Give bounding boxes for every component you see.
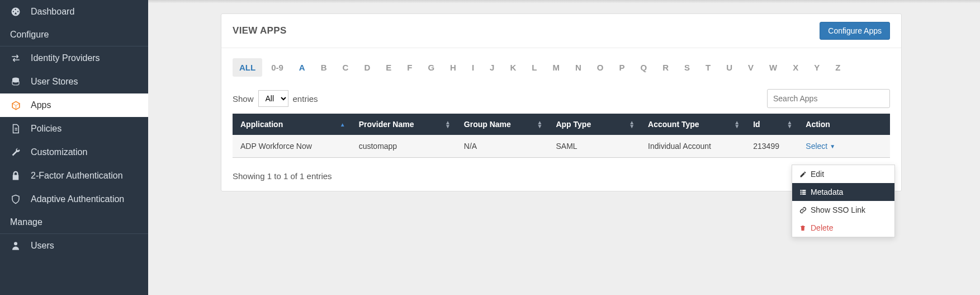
- sidebar-item-identity-providers[interactable]: Identity Providers: [0, 46, 148, 70]
- alpha-0-9[interactable]: 0-9: [264, 58, 290, 77]
- sidebar-item-customization[interactable]: Customization: [0, 141, 148, 164]
- alpha-letter[interactable]: N: [569, 58, 588, 77]
- cube-icon: [10, 100, 21, 111]
- alpha-letter[interactable]: H: [443, 58, 463, 77]
- table-header-row: Application ▲ Provider Name ▲▼ Group Nam…: [233, 114, 890, 135]
- sidebar-item-label: Users: [31, 241, 54, 251]
- alpha-letter[interactable]: P: [612, 58, 631, 77]
- alpha-filter: ALL 0-9 A B C D E F G H I J K L M N O: [233, 58, 890, 77]
- alpha-letter[interactable]: V: [741, 58, 760, 77]
- col-account-type[interactable]: Account Type ▲▼: [640, 114, 745, 135]
- sidebar-item-adaptive-auth[interactable]: Adaptive Authentication: [0, 188, 148, 211]
- dropdown-edit[interactable]: Edit: [792, 165, 894, 183]
- col-action: Action: [798, 114, 890, 135]
- alpha-letter[interactable]: U: [719, 58, 739, 77]
- sidebar-item-label: Dashboard: [31, 7, 74, 17]
- alpha-letter[interactable]: I: [465, 58, 481, 77]
- sidebar-item-user-stores[interactable]: User Stores: [0, 70, 148, 93]
- alpha-letter[interactable]: X: [786, 58, 805, 77]
- col-application[interactable]: Application ▲: [233, 114, 351, 135]
- sidebar-item-label: Adaptive Authentication: [31, 194, 124, 204]
- alpha-letter[interactable]: L: [525, 58, 543, 77]
- alpha-letter[interactable]: C: [336, 58, 356, 77]
- alpha-letter[interactable]: W: [763, 58, 784, 77]
- sidebar-item-dashboard[interactable]: Dashboard: [0, 0, 148, 24]
- sidebar-item-label: Apps: [31, 100, 51, 110]
- show-label-pre: Show: [233, 94, 254, 104]
- sidebar-section-manage[interactable]: Manage: [0, 211, 148, 233]
- alpha-letter[interactable]: R: [656, 58, 675, 77]
- alpha-letter[interactable]: M: [546, 58, 566, 77]
- col-app-type[interactable]: App Type ▲▼: [548, 114, 640, 135]
- sidebar-item-label: Policies: [31, 124, 61, 134]
- cell-id: 213499: [745, 135, 798, 158]
- alpha-all[interactable]: ALL: [233, 58, 262, 77]
- sidebar-item-label: Identity Providers: [31, 53, 100, 63]
- sort-icon: ▲▼: [537, 120, 543, 128]
- sort-icon: ▲▼: [629, 120, 635, 128]
- shield-icon: [10, 194, 21, 205]
- dropdown-delete[interactable]: Delete: [792, 219, 894, 237]
- alpha-letter[interactable]: B: [314, 58, 334, 77]
- select-action-link[interactable]: Select ▼: [806, 142, 835, 151]
- cell-type: SAML: [548, 135, 640, 158]
- dropdown-sso-label: Show SSO Link: [811, 205, 865, 214]
- sidebar-section-configure[interactable]: Configure: [0, 24, 148, 46]
- alpha-letter[interactable]: E: [379, 58, 398, 77]
- alpha-letter[interactable]: Q: [634, 58, 654, 77]
- alpha-letter[interactable]: S: [678, 58, 697, 77]
- sort-icon: ▲: [340, 123, 345, 127]
- swap-icon: [10, 53, 21, 64]
- top-shadow: [148, 0, 980, 3]
- entries-select[interactable]: All: [258, 90, 288, 107]
- wrench-icon: [10, 147, 21, 158]
- dropdown-edit-label: Edit: [811, 170, 824, 179]
- dropdown-metadata[interactable]: Metadata: [792, 183, 894, 201]
- apps-table: Application ▲ Provider Name ▲▼ Group Nam…: [233, 114, 890, 158]
- alpha-letter[interactable]: O: [590, 58, 610, 77]
- col-group-name[interactable]: Group Name ▲▼: [456, 114, 548, 135]
- sort-icon: ▲▼: [734, 120, 740, 128]
- cell-action: Select ▼: [798, 135, 890, 158]
- sidebar-item-apps[interactable]: Apps: [0, 93, 148, 117]
- document-icon: [10, 123, 21, 134]
- database-icon: [10, 76, 21, 87]
- panel-title: VIEW APPS: [233, 25, 287, 36]
- search-box: [767, 89, 890, 108]
- col-provider-name[interactable]: Provider Name ▲▼: [351, 114, 456, 135]
- dropdown-sso-link[interactable]: Show SSO Link: [792, 201, 894, 219]
- cell-group: N/A: [456, 135, 548, 158]
- alpha-letter[interactable]: Z: [828, 58, 847, 77]
- alpha-letter[interactable]: J: [483, 58, 501, 77]
- sidebar-item-label: 2-Factor Authentication: [31, 171, 123, 181]
- table-row: ADP Workforce Now customapp N/A SAML Ind…: [233, 135, 890, 158]
- cell-application: ADP Workforce Now: [233, 135, 351, 158]
- alpha-letter[interactable]: Y: [807, 58, 826, 77]
- alpha-letter[interactable]: A: [292, 58, 312, 77]
- col-id[interactable]: Id ▲▼: [745, 114, 798, 135]
- dropdown-metadata-label: Metadata: [811, 188, 843, 196]
- link-icon: [799, 206, 807, 214]
- cell-account: Individual Account: [640, 135, 745, 158]
- configure-apps-button[interactable]: Configure Apps: [820, 22, 890, 40]
- alpha-letter[interactable]: G: [421, 58, 441, 77]
- sidebar-item-policies[interactable]: Policies: [0, 117, 148, 141]
- alpha-letter[interactable]: D: [357, 58, 377, 77]
- alpha-letter[interactable]: F: [400, 58, 419, 77]
- dropdown-delete-label: Delete: [811, 223, 833, 232]
- search-input[interactable]: [767, 89, 890, 108]
- svg-rect-6: [800, 193, 801, 194]
- svg-rect-3: [802, 190, 806, 191]
- sidebar-item-2fa[interactable]: 2-Factor Authentication: [0, 164, 148, 188]
- action-dropdown: Edit Metadata Show SSO Link Delete: [792, 165, 895, 237]
- sort-icon: ▲▼: [445, 120, 451, 128]
- svg-rect-5: [802, 191, 806, 193]
- svg-rect-4: [800, 191, 801, 193]
- show-entries: Show All entries: [233, 90, 318, 107]
- alpha-letter[interactable]: K: [503, 58, 523, 77]
- user-icon: [10, 240, 21, 251]
- showing-text: Showing 1 to 1 of 1 entries: [233, 171, 332, 181]
- alpha-letter[interactable]: T: [699, 58, 717, 77]
- sidebar-item-users[interactable]: Users: [0, 234, 148, 257]
- sidebar: Dashboard Configure Identity Providers U…: [0, 0, 148, 295]
